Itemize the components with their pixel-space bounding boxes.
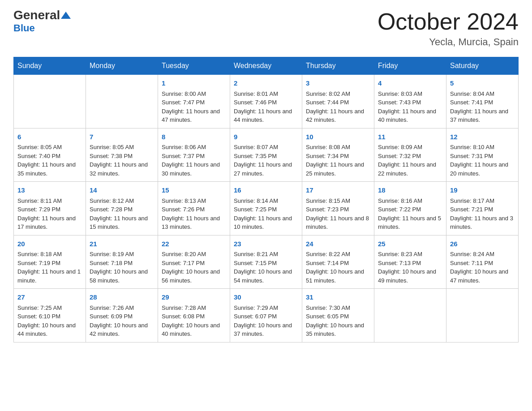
sunrise-text: Sunrise: 7:28 AM (162, 304, 206, 311)
col-tuesday: Tuesday (158, 57, 230, 75)
logo-blue-text: Blue (13, 22, 35, 34)
sunrise-text: Sunrise: 8:04 AM (450, 90, 494, 97)
sunrise-text: Sunrise: 7:26 AM (90, 304, 134, 311)
table-row (446, 289, 519, 342)
sunrise-text: Sunrise: 8:17 AM (450, 197, 494, 204)
daylight-text: Daylight: 11 hours and 15 minutes. (90, 215, 148, 231)
daylight-text: Daylight: 11 hours and 3 minutes. (450, 215, 513, 231)
sunset-text: Sunset: 7:34 PM (306, 153, 349, 159)
calendar-week-row: 13Sunrise: 8:11 AMSunset: 7:29 PMDayligh… (14, 182, 519, 235)
day-number: 22 (162, 239, 226, 249)
sunset-text: Sunset: 7:19 PM (17, 260, 60, 266)
sunset-text: Sunset: 7:35 PM (234, 153, 277, 159)
col-saturday: Saturday (446, 57, 519, 75)
day-number: 4 (378, 78, 442, 89)
logo-triangle-icon (61, 10, 71, 20)
sunset-text: Sunset: 6:09 PM (90, 313, 133, 320)
col-monday: Monday (86, 57, 158, 75)
day-number: 30 (234, 292, 298, 303)
day-number: 2 (234, 78, 298, 89)
table-row: 23Sunrise: 8:21 AMSunset: 7:15 PMDayligh… (230, 235, 302, 289)
sunset-text: Sunset: 7:18 PM (90, 260, 133, 266)
sunset-text: Sunset: 7:41 PM (450, 99, 493, 106)
table-row: 12Sunrise: 8:10 AMSunset: 7:31 PMDayligh… (446, 128, 519, 182)
day-number: 13 (17, 185, 82, 196)
day-number: 5 (450, 78, 515, 89)
day-number: 9 (234, 132, 298, 142)
sunset-text: Sunset: 6:07 PM (234, 313, 277, 320)
sunset-text: Sunset: 7:14 PM (306, 260, 349, 266)
table-row: 18Sunrise: 8:16 AMSunset: 7:22 PMDayligh… (374, 182, 446, 235)
sunset-text: Sunset: 7:31 PM (450, 153, 493, 159)
title-block: October 2024 Yecla, Murcia, Spain (378, 9, 519, 48)
calendar-table: Sunday Monday Tuesday Wednesday Thursday… (13, 57, 519, 342)
page-header: General Blue October 2024 Yecla, Murcia,… (13, 9, 519, 48)
daylight-text: Daylight: 11 hours and 13 minutes. (162, 215, 220, 231)
sunset-text: Sunset: 7:38 PM (90, 153, 133, 159)
sunrise-text: Sunrise: 7:30 AM (306, 304, 350, 311)
sunset-text: Sunset: 7:25 PM (234, 206, 277, 213)
sunrise-text: Sunrise: 8:03 AM (378, 90, 422, 97)
sunset-text: Sunset: 7:32 PM (378, 153, 421, 159)
daylight-text: Daylight: 11 hours and 20 minutes. (450, 161, 508, 177)
sunset-text: Sunset: 7:17 PM (162, 260, 205, 266)
table-row (86, 75, 158, 128)
daylight-text: Daylight: 11 hours and 37 minutes. (450, 108, 508, 124)
daylight-text: Daylight: 10 hours and 35 minutes. (306, 322, 364, 338)
table-row: 21Sunrise: 8:19 AMSunset: 7:18 PMDayligh… (86, 235, 158, 289)
logo: General Blue (13, 9, 71, 34)
table-row: 15Sunrise: 8:13 AMSunset: 7:26 PMDayligh… (158, 182, 230, 235)
calendar-week-row: 27Sunrise: 7:25 AMSunset: 6:10 PMDayligh… (14, 289, 519, 342)
daylight-text: Daylight: 11 hours and 1 minute. (17, 268, 81, 284)
sunset-text: Sunset: 7:21 PM (450, 206, 493, 213)
sunset-text: Sunset: 7:37 PM (162, 153, 205, 159)
sunrise-text: Sunrise: 8:02 AM (306, 90, 350, 97)
table-row (14, 75, 86, 128)
table-row: 2Sunrise: 8:01 AMSunset: 7:46 PMDaylight… (230, 75, 302, 128)
sunrise-text: Sunrise: 8:20 AM (162, 251, 206, 257)
daylight-text: Daylight: 10 hours and 58 minutes. (90, 268, 148, 284)
table-row: 6Sunrise: 8:05 AMSunset: 7:40 PMDaylight… (14, 128, 86, 182)
day-number: 26 (450, 239, 515, 249)
sunrise-text: Sunrise: 8:12 AM (90, 197, 134, 204)
sunrise-text: Sunrise: 8:07 AM (234, 144, 278, 150)
table-row: 5Sunrise: 8:04 AMSunset: 7:41 PMDaylight… (446, 75, 519, 128)
sunrise-text: Sunrise: 7:25 AM (17, 304, 62, 311)
table-row: 20Sunrise: 8:18 AMSunset: 7:19 PMDayligh… (14, 235, 86, 289)
calendar-header-row: Sunday Monday Tuesday Wednesday Thursday… (14, 57, 519, 75)
table-row: 13Sunrise: 8:11 AMSunset: 7:29 PMDayligh… (14, 182, 86, 235)
sunrise-text: Sunrise: 8:00 AM (162, 90, 206, 97)
sunset-text: Sunset: 7:28 PM (90, 206, 133, 213)
table-row: 1Sunrise: 8:00 AMSunset: 7:47 PMDaylight… (158, 75, 230, 128)
sunset-text: Sunset: 7:23 PM (306, 206, 349, 213)
table-row: 8Sunrise: 8:06 AMSunset: 7:37 PMDaylight… (158, 128, 230, 182)
sunset-text: Sunset: 6:10 PM (17, 313, 60, 320)
table-row: 10Sunrise: 8:08 AMSunset: 7:34 PMDayligh… (302, 128, 374, 182)
sunset-text: Sunset: 7:13 PM (378, 260, 421, 266)
sunset-text: Sunset: 7:11 PM (450, 260, 493, 266)
sunrise-text: Sunrise: 8:01 AM (234, 90, 278, 97)
day-number: 23 (234, 239, 298, 249)
sunrise-text: Sunrise: 8:10 AM (450, 144, 494, 150)
table-row: 4Sunrise: 8:03 AMSunset: 7:43 PMDaylight… (374, 75, 446, 128)
sunrise-text: Sunrise: 8:18 AM (17, 251, 62, 257)
day-number: 10 (306, 132, 370, 142)
sunset-text: Sunset: 7:40 PM (17, 153, 60, 159)
table-row: 3Sunrise: 8:02 AMSunset: 7:44 PMDaylight… (302, 75, 374, 128)
calendar-week-row: 1Sunrise: 8:00 AMSunset: 7:47 PMDaylight… (14, 75, 519, 128)
daylight-text: Daylight: 10 hours and 49 minutes. (378, 268, 436, 284)
sunrise-text: Sunrise: 8:22 AM (306, 251, 350, 257)
daylight-text: Daylight: 11 hours and 35 minutes. (17, 161, 76, 177)
daylight-text: Daylight: 10 hours and 37 minutes. (234, 322, 292, 338)
sunrise-text: Sunrise: 8:16 AM (378, 197, 422, 204)
table-row: 31Sunrise: 7:30 AMSunset: 6:05 PMDayligh… (302, 289, 374, 342)
table-row: 27Sunrise: 7:25 AMSunset: 6:10 PMDayligh… (14, 289, 86, 342)
day-number: 11 (378, 132, 442, 142)
month-title: October 2024 (378, 9, 519, 34)
day-number: 24 (306, 239, 370, 249)
daylight-text: Daylight: 10 hours and 42 minutes. (90, 322, 148, 338)
table-row: 7Sunrise: 8:05 AMSunset: 7:38 PMDaylight… (86, 128, 158, 182)
daylight-text: Daylight: 10 hours and 47 minutes. (450, 268, 508, 284)
table-row: 26Sunrise: 8:24 AMSunset: 7:11 PMDayligh… (446, 235, 519, 289)
daylight-text: Daylight: 10 hours and 56 minutes. (162, 268, 220, 284)
